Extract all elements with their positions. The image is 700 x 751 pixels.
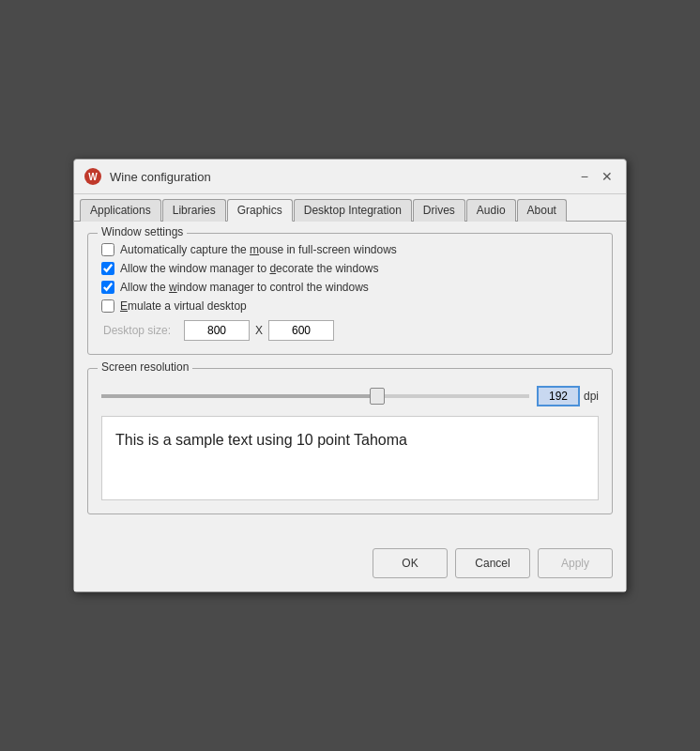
main-window: W Wine configuration − ✕ Applications Li… <box>73 159 627 592</box>
tab-about[interactable]: About <box>517 199 567 222</box>
tab-content: Window settings Automatically capture th… <box>74 222 626 539</box>
checkbox-row-virtual-desktop: Emulate a virtual desktop <box>101 299 599 313</box>
svg-text:W: W <box>88 172 98 182</box>
desktop-size-row: Desktop size: X <box>101 320 599 341</box>
minimize-button[interactable]: − <box>577 168 592 185</box>
tab-bar: Applications Libraries Graphics Desktop … <box>74 194 626 222</box>
checkbox-row-mouse: Automatically capture the mouse in full-… <box>101 243 599 256</box>
label-decorate-windows: Allow the window manager to decorate the… <box>120 262 379 275</box>
desktop-size-label: Desktop size: <box>103 324 178 337</box>
dpi-unit-label: dpi <box>584 390 599 403</box>
label-control-windows: Allow the window manager to control the … <box>120 281 369 294</box>
title-bar-controls: − ✕ <box>577 168 616 185</box>
tab-libraries[interactable]: Libraries <box>162 199 226 222</box>
checkbox-decorate-windows[interactable] <box>101 262 114 275</box>
checkbox-control-windows[interactable] <box>101 281 114 294</box>
close-button[interactable]: ✕ <box>598 168 616 185</box>
sample-text: This is a sample text using 10 point Tah… <box>115 432 407 449</box>
desktop-width-input[interactable] <box>184 320 250 341</box>
cancel-button[interactable]: Cancel <box>455 548 530 578</box>
label-mouse-capture: Automatically capture the mouse in full-… <box>120 243 397 256</box>
ok-button[interactable]: OK <box>373 548 448 578</box>
checkbox-mouse-capture[interactable] <box>101 243 114 256</box>
desktop-height-input[interactable] <box>268 320 334 341</box>
tab-drives[interactable]: Drives <box>413 199 465 222</box>
tab-desktop-integration[interactable]: Desktop Integration <box>294 199 412 222</box>
checkbox-virtual-desktop[interactable] <box>101 299 114 313</box>
dpi-input-wrapper: dpi <box>537 386 599 406</box>
screen-resolution-group: Screen resolution dpi This is a sample t… <box>87 368 613 514</box>
checkbox-row-control: Allow the window manager to control the … <box>101 281 599 294</box>
size-x-separator: X <box>255 324 263 337</box>
title-bar-left: W Wine configuration <box>84 167 211 186</box>
screen-resolution-label: Screen resolution <box>98 360 192 374</box>
sample-text-box: This is a sample text using 10 point Tah… <box>101 416 599 500</box>
title-bar: W Wine configuration − ✕ <box>74 160 626 194</box>
dpi-slider[interactable] <box>101 394 529 398</box>
dpi-input[interactable] <box>537 386 580 406</box>
tab-applications[interactable]: Applications <box>80 199 161 222</box>
window-title: Wine configuration <box>110 170 211 184</box>
tab-graphics[interactable]: Graphics <box>227 199 293 222</box>
window-settings-label: Window settings <box>98 225 187 238</box>
slider-container: dpi <box>101 386 599 406</box>
apply-button[interactable]: Apply <box>538 548 613 578</box>
app-icon: W <box>84 167 102 186</box>
tab-audio[interactable]: Audio <box>466 199 516 222</box>
window-settings-group: Window settings Automatically capture th… <box>87 233 613 355</box>
checkbox-row-decorate: Allow the window manager to decorate the… <box>101 262 599 275</box>
button-bar: OK Cancel Apply <box>74 539 626 591</box>
label-virtual-desktop: Emulate a virtual desktop <box>120 299 247 313</box>
